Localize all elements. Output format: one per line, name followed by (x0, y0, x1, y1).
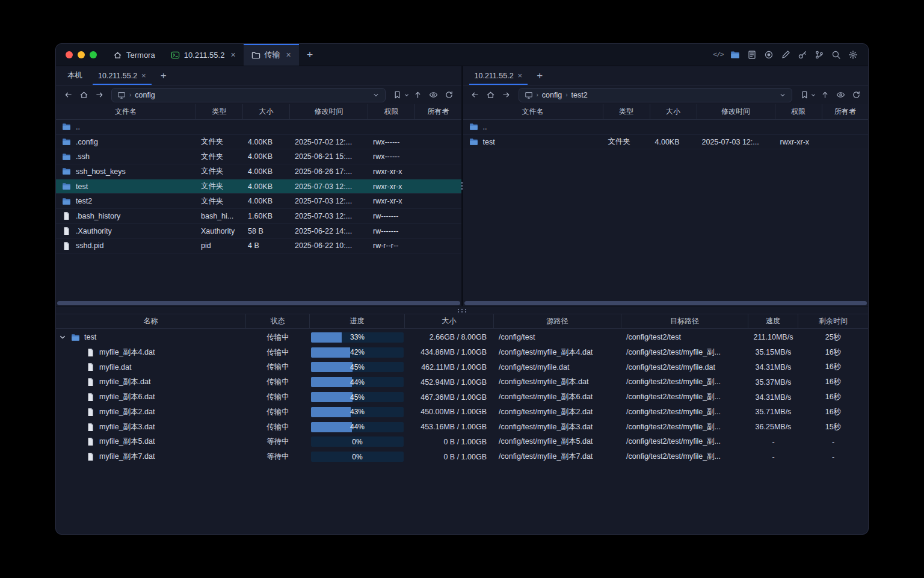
file-row[interactable]: sshd.pidpid4 B2025-06-22 10:...rw-r--r-- (56, 239, 461, 254)
table-cell: 2025-06-22 14:... (290, 227, 368, 235)
minimize-window-button[interactable] (78, 51, 85, 58)
column-header[interactable]: 修改时间 (290, 104, 368, 119)
upload-button[interactable] (818, 88, 832, 102)
column-header[interactable]: 目标路径 (621, 314, 748, 328)
left-new-tab-button[interactable]: + (154, 66, 173, 85)
column-header[interactable]: 大小 (405, 314, 494, 328)
transfer-row[interactable]: myfile_副本4.dat传输中42%434.86MB / 1.00GB/co… (56, 345, 868, 360)
file-row[interactable]: .. (56, 120, 461, 135)
upload-button[interactable] (411, 88, 425, 102)
close-icon[interactable]: × (518, 72, 523, 79)
column-header[interactable]: 速度 (748, 314, 798, 328)
edit-icon[interactable] (778, 48, 793, 62)
left-tab-remote-10-211-55-2[interactable]: 10.211.55.2× (90, 66, 154, 85)
column-header[interactable]: 剩余时间 (798, 314, 868, 328)
file-row[interactable]: .. (463, 120, 869, 135)
size-cell: 453.16MB / 1.00GB (405, 423, 494, 431)
column-header[interactable]: 权限 (368, 104, 415, 119)
transfer-row[interactable]: myfile_副本2.dat传输中43%450.00MB / 1.00GB/co… (56, 405, 868, 420)
column-header[interactable]: 进度 (310, 314, 405, 328)
forward-button[interactable] (92, 88, 106, 102)
scrollbar-thumb[interactable] (464, 301, 867, 305)
refresh-button[interactable] (442, 88, 457, 102)
key-icon[interactable] (795, 48, 810, 62)
show-hidden-files-button[interactable] (427, 88, 441, 102)
chevron-down-icon[interactable] (372, 92, 380, 99)
file-row[interactable]: test2文件夹4.00KB2025-07-03 12:...rwxr-xr-x (56, 194, 461, 209)
transfer-row[interactable]: myfile_副本7.dat等待中0%0 B / 1.00GB/config/t… (56, 449, 868, 464)
branch-icon[interactable] (812, 48, 827, 62)
bookmark-button[interactable] (390, 88, 405, 102)
transfer-row[interactable]: myfile_副本6.dat传输中45%467.36MB / 1.00GB/co… (56, 390, 868, 405)
chevron-down-icon[interactable] (779, 92, 786, 99)
splitter-handle[interactable] (457, 308, 467, 312)
back-button[interactable] (468, 88, 482, 102)
close-icon[interactable]: × (230, 51, 235, 59)
zoom-window-button[interactable] (90, 51, 97, 58)
breadcrumb-segment[interactable]: test2 (571, 91, 588, 99)
file-name-cell: test2 (56, 197, 196, 206)
transfer-row[interactable]: myfile.dat传输中45%462.11MB / 1.00GB/config… (56, 360, 868, 375)
bookmark-button[interactable] (797, 88, 812, 102)
file-row[interactable]: .ssh文件夹4.00KB2025-06-21 15:...rwx------ (56, 149, 461, 164)
bookmark-dropdown-icon[interactable] (810, 92, 816, 98)
home-button[interactable] (484, 88, 498, 102)
close-icon[interactable]: × (141, 72, 146, 79)
file-row[interactable]: test文件夹4.00KB2025-07-03 12:...rwxr-xr-x (56, 179, 461, 194)
transfer-row[interactable]: myfile_副本.dat传输中44%452.94MB / 1.00GB/con… (56, 374, 868, 390)
right-path-bar[interactable]: ›config›test2 (519, 88, 793, 102)
transfer-row[interactable]: test传输中33%2.66GB / 8.00GB/config/test/co… (56, 330, 868, 345)
transfer-row[interactable]: myfile_副本3.dat传输中44%453.16MB / 1.00GB/co… (56, 420, 868, 435)
transfer-row[interactable]: myfile_副本5.dat等待中0%0 B / 1.00GB/config/t… (56, 435, 868, 450)
close-window-button[interactable] (66, 51, 73, 58)
scrollbar-thumb[interactable] (57, 301, 460, 305)
column-header[interactable]: 修改时间 (697, 104, 775, 119)
titlebar-tab-transfer[interactable]: 传输× (244, 44, 299, 66)
show-hidden-files-button[interactable] (833, 88, 848, 102)
vertical-splitter[interactable] (461, 66, 463, 306)
bookmark-dropdown-icon[interactable] (404, 92, 410, 98)
splitter-handle[interactable] (461, 181, 463, 191)
column-header[interactable]: 权限 (775, 104, 822, 119)
column-header[interactable]: 文件名 (463, 104, 603, 119)
file-row[interactable]: ssh_host_keys文件夹4.00KB2025-06-26 17:...r… (56, 164, 461, 179)
column-header[interactable]: 大小 (243, 104, 290, 119)
column-header[interactable]: 类型 (603, 104, 650, 119)
column-header[interactable]: 名称 (56, 314, 246, 328)
status-cell: 传输中 (246, 362, 310, 372)
titlebar-tab-termora-home[interactable]: Termora (105, 44, 163, 66)
column-header[interactable]: 状态 (246, 314, 310, 328)
folder-icon[interactable] (728, 48, 742, 62)
titlebar-tab-session-10-211-55-2[interactable]: 10.211.55.2× (163, 44, 244, 66)
column-header[interactable]: 所有者 (415, 104, 461, 119)
right-new-tab-button[interactable]: + (530, 66, 549, 85)
document-icon[interactable] (745, 48, 759, 62)
home-button[interactable] (76, 88, 91, 102)
speed-cell: 35.37MB/s (748, 378, 798, 387)
file-row[interactable]: test文件夹4.00KB2025-07-03 12:...rwxr-xr-x (463, 135, 869, 150)
refresh-button[interactable] (849, 88, 863, 102)
left-path-bar[interactable]: ›config (111, 88, 386, 102)
record-icon[interactable] (762, 48, 776, 62)
left-tab-local[interactable]: 本机 (60, 66, 90, 85)
right-tab-remote-10-211-55-2[interactable]: 10.211.55.2× (467, 66, 531, 85)
chevron-down-icon[interactable] (58, 333, 67, 341)
search-icon[interactable] (829, 48, 843, 62)
column-header[interactable]: 所有者 (822, 104, 869, 119)
code-icon[interactable]: </> (711, 48, 725, 62)
column-header[interactable]: 类型 (196, 104, 243, 119)
file-row[interactable]: .config文件夹4.00KB2025-07-02 12:...rwx----… (56, 135, 461, 150)
file-row[interactable]: .XauthorityXauthority58 B2025-06-22 14:.… (56, 224, 461, 239)
column-header[interactable]: 大小 (650, 104, 697, 119)
column-header[interactable]: 源路径 (494, 314, 621, 328)
back-button[interactable] (61, 88, 75, 102)
new-window-tab-button[interactable]: + (299, 44, 321, 66)
breadcrumb-segment[interactable]: config (135, 91, 155, 99)
file-row[interactable]: .bash_historybash_hi...1.60KB2025-07-03 … (56, 209, 461, 224)
column-header[interactable]: 文件名 (56, 104, 196, 119)
horizontal-splitter[interactable] (56, 306, 868, 314)
close-icon[interactable]: × (286, 51, 291, 59)
forward-button[interactable] (499, 88, 514, 102)
breadcrumb-segment[interactable]: config (542, 91, 562, 99)
settings-icon[interactable] (846, 48, 860, 62)
